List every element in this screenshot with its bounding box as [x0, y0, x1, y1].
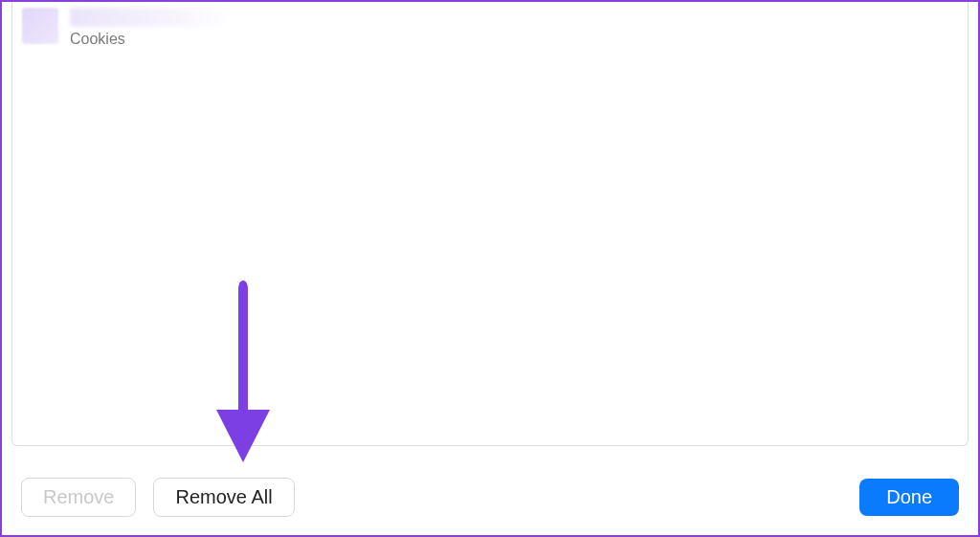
button-bar: Remove Remove All Done [2, 459, 978, 535]
remove-all-button[interactable]: Remove All [153, 478, 294, 517]
done-button[interactable]: Done [859, 479, 959, 516]
site-domain-redacted [70, 8, 233, 27]
site-data-type-label: Cookies [70, 31, 233, 48]
remove-button[interactable]: Remove [21, 478, 136, 517]
list-item[interactable]: Cookies [12, 2, 968, 54]
website-data-list[interactable]: Cookies [11, 2, 969, 446]
site-info: Cookies [70, 8, 233, 48]
site-favicon [22, 8, 58, 44]
